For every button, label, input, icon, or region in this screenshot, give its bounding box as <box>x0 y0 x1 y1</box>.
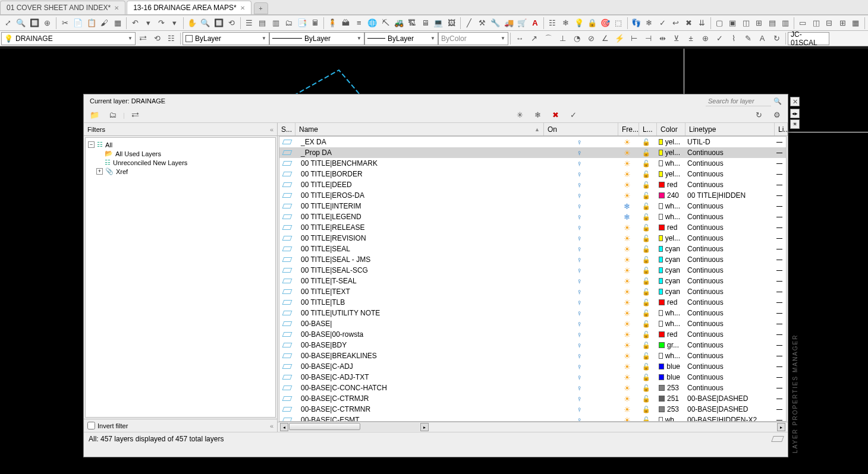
zoom-window-icon[interactable]: 🔍 <box>15 17 27 30</box>
annotation-a-icon[interactable]: A <box>529 17 541 30</box>
properties-icon[interactable]: ☰ <box>243 17 255 30</box>
linetype-dropdown[interactable]: ByLayer ▼ <box>269 32 364 45</box>
image-icon[interactable]: 🖼 <box>446 17 458 30</box>
copy-icon[interactable]: 📄 <box>72 17 84 30</box>
zoom-window2-icon[interactable]: 🔲 <box>212 17 224 30</box>
match-properties-icon[interactable]: 🖌 <box>99 17 111 30</box>
make-current-icon[interactable]: ✓ <box>656 17 668 30</box>
tab-cover-sheet[interactable]: 01 COVER SHEET AND INDEX* ✕ <box>0 1 125 14</box>
separator <box>126 17 127 29</box>
redo-icon[interactable]: ↷ <box>156 17 168 30</box>
zoom-prev2-icon[interactable]: ⟲ <box>226 17 238 30</box>
cart-icon[interactable]: 🛒 <box>516 17 528 30</box>
layer-walk-icon[interactable]: 👣 <box>630 17 642 30</box>
pickaxe-icon[interactable]: ⛏ <box>379 17 391 30</box>
cut-icon[interactable]: ✂ <box>59 17 71 30</box>
redo-dropdown-icon[interactable]: ▾ <box>169 17 181 30</box>
truck-icon[interactable]: 🚚 <box>502 17 514 30</box>
tool-palettes-icon[interactable]: 🗂 <box>283 17 295 30</box>
dim-continue-icon[interactable]: ⊣ <box>641 32 655 45</box>
scale-dropdown[interactable]: JC-01SCAL <box>788 32 829 45</box>
layer-lock-icon[interactable]: 🔒 <box>586 17 598 30</box>
layer-off-icon[interactable]: 💡 <box>573 17 585 30</box>
vp5-icon[interactable]: ▤ <box>766 17 778 30</box>
excavator-icon[interactable]: 🚜 <box>393 17 405 30</box>
layer-prev-icon[interactable]: ↩ <box>669 17 681 30</box>
dim-break-icon[interactable]: ⊻ <box>670 32 683 45</box>
separator <box>785 33 786 45</box>
vp3-icon[interactable]: ◫ <box>740 17 751 30</box>
dim-text-icon[interactable]: A <box>756 32 769 45</box>
layout3-icon[interactable]: ⊟ <box>823 17 835 30</box>
calc-icon[interactable]: 🖩 <box>309 17 321 30</box>
layout5-icon[interactable]: ▦ <box>850 17 861 30</box>
designcenter-icon[interactable]: ▥ <box>269 17 281 30</box>
zoom-realtime-icon[interactable]: 🔍 <box>199 17 211 30</box>
layers-icon[interactable]: ▤ <box>256 17 268 30</box>
lineweight-dropdown[interactable]: ByLayer ▼ <box>364 32 438 45</box>
vp6-icon[interactable]: ▥ <box>779 17 791 30</box>
wrench-icon[interactable]: 🔧 <box>489 17 501 30</box>
display-icon[interactable]: 💻 <box>432 17 444 30</box>
layer-delete-icon[interactable]: ✖ <box>683 17 695 30</box>
dim-aligned-icon[interactable]: ↗ <box>527 32 540 45</box>
pan-icon[interactable]: ⊕ <box>42 17 54 30</box>
sheetset-icon[interactable]: 📑 <box>296 17 308 30</box>
dim-arc-icon[interactable]: ⌒ <box>542 32 555 45</box>
layout2-icon[interactable]: ◫ <box>810 17 822 30</box>
tools-icon[interactable]: ⚒ <box>476 17 488 30</box>
pan-realtime-icon[interactable]: ✋ <box>186 17 198 30</box>
vp4-icon[interactable]: ⊞ <box>753 17 765 30</box>
close-icon[interactable]: ✕ <box>114 5 119 11</box>
dim-diameter-icon[interactable]: ⊘ <box>584 32 597 45</box>
zoom-extents-icon[interactable]: ⤢ <box>2 17 14 30</box>
layer-vpfreeze-icon[interactable]: ❄ <box>643 17 655 30</box>
separator <box>323 17 324 29</box>
dim-edit-icon[interactable]: ✎ <box>741 32 754 45</box>
align-icon[interactable]: ≡ <box>353 17 365 30</box>
undo-icon[interactable]: ↶ <box>129 17 141 30</box>
layer-dropdown[interactable]: 💡 DRAINAGE ▼ <box>1 32 136 45</box>
inspect-icon[interactable]: ✓ <box>713 32 726 45</box>
color-value: ByLayer <box>195 34 221 43</box>
vp2-icon[interactable]: ▣ <box>727 17 738 30</box>
layer-merge-icon[interactable]: ⇊ <box>696 17 708 30</box>
dim-linear-icon[interactable]: ↔ <box>513 32 526 45</box>
center-mark-icon[interactable]: ⊕ <box>699 32 712 45</box>
scale-value: JC-01SCAL <box>791 30 826 47</box>
landscape-icon[interactable]: 🏔 <box>340 17 352 30</box>
layer-states-icon[interactable]: ⮂ <box>136 32 149 45</box>
line-icon[interactable]: ╱ <box>463 17 475 30</box>
survey-tree-icon[interactable]: 🧍 <box>326 17 338 30</box>
undo-dropdown-icon[interactable]: ▾ <box>142 17 154 30</box>
layout1-icon[interactable]: ▭ <box>797 17 809 30</box>
color-dropdown[interactable]: ByLayer ▼ <box>183 32 269 45</box>
tab-drainage-maps[interactable]: 13-16 DRAINAGE AREA MAPS* ✕ <box>127 1 251 14</box>
dim-baseline-icon[interactable]: ⊢ <box>627 32 640 45</box>
block-icon[interactable]: ▦ <box>112 17 124 30</box>
layer-previous-icon[interactable]: ⟲ <box>150 32 163 45</box>
dim-ordinate-icon[interactable]: ⊥ <box>556 32 569 45</box>
dim-radius-icon[interactable]: ◔ <box>570 32 583 45</box>
dozer-icon[interactable]: 🏗 <box>406 17 418 30</box>
plotstyle-dropdown[interactable]: ByColor ▼ <box>438 32 508 45</box>
jog-icon[interactable]: ⌇ <box>727 32 740 45</box>
dim-space-icon[interactable]: ⇹ <box>656 32 669 45</box>
tolerance-icon[interactable]: ± <box>684 32 697 45</box>
vp-icon[interactable]: ▢ <box>713 17 725 30</box>
close-icon[interactable]: ✕ <box>240 5 245 11</box>
layer-match-icon[interactable]: 🎯 <box>599 17 611 30</box>
dim-angular-icon[interactable]: ∠ <box>599 32 612 45</box>
zoom-previous-icon[interactable]: 🔲 <box>29 17 40 30</box>
monitor-icon[interactable]: 🖥 <box>419 17 431 30</box>
paste-icon[interactable]: 📋 <box>85 17 97 30</box>
layout4-icon[interactable]: ⊞ <box>836 17 848 30</box>
layer-freeze-icon[interactable]: ❄ <box>559 17 571 30</box>
layer-isolate-icon[interactable]: ⬚ <box>612 17 624 30</box>
dim-quick-icon[interactable]: ⚡ <box>613 32 626 45</box>
add-tab-button[interactable]: + <box>254 2 268 14</box>
layer-properties-icon[interactable]: ☷ <box>165 32 178 45</box>
globe-icon[interactable]: 🌐 <box>366 17 378 30</box>
dim-update-icon[interactable]: ↻ <box>770 32 783 45</box>
layer-props-icon[interactable]: ☷ <box>546 17 558 30</box>
